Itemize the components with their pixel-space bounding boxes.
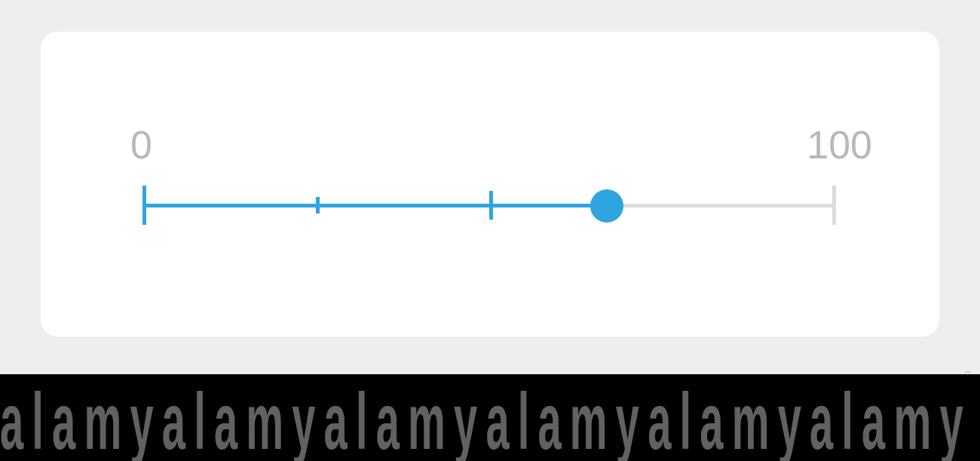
slider-tick-100 <box>832 186 836 225</box>
watermark-bar: alamyalamyalamyalamyalamyalamy <box>0 374 980 461</box>
slider-thumb[interactable] <box>590 189 623 223</box>
slider-tick-25 <box>316 197 320 214</box>
slider-tick-50 <box>489 191 493 220</box>
slider-labels: 0 100 <box>142 122 836 167</box>
slider-track-fill <box>142 204 607 207</box>
slider-track[interactable] <box>142 183 836 228</box>
slider-container: 0 100 <box>142 122 836 228</box>
slider-min-label: 0 <box>130 122 152 167</box>
watermark-text: alamyalamyalamyalamyalamyalamy <box>0 374 980 461</box>
slider-card: 0 100 <box>41 32 939 337</box>
slider-max-label: 100 <box>807 122 872 167</box>
slider-tick-0 <box>142 186 146 225</box>
